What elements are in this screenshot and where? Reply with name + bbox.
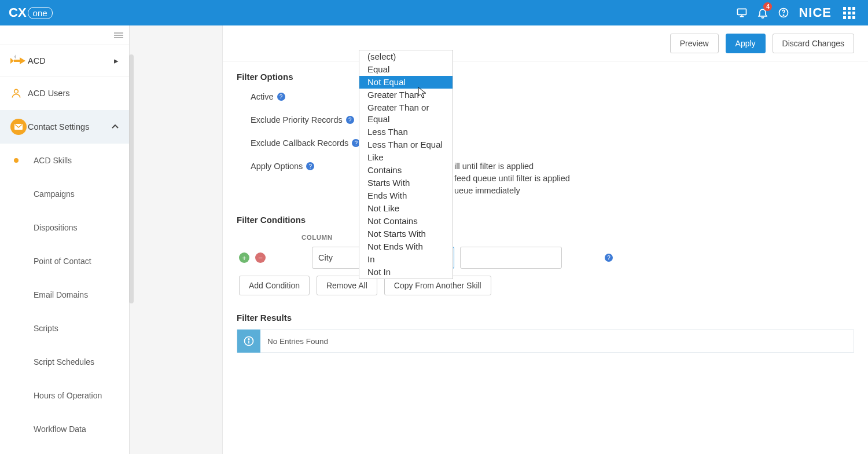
svg-rect-0 bbox=[738, 9, 746, 14]
nav-sub-workflow-data[interactable]: Workflow Data bbox=[0, 412, 129, 446]
nav-sub-scripts[interactable]: Scripts bbox=[0, 312, 129, 345]
notification-badge: 4 bbox=[763, 2, 772, 11]
notifications-icon[interactable]: 4 bbox=[752, 0, 773, 25]
svg-point-7 bbox=[248, 339, 249, 340]
apps-grid-icon[interactable] bbox=[838, 0, 859, 25]
help-icon[interactable]: ? bbox=[605, 254, 613, 262]
dropdown-option[interactable]: Not Contains bbox=[359, 215, 453, 228]
nav-sub-hours-of-operation[interactable]: Hours of Operation bbox=[0, 379, 129, 412]
apply-option-3-partial: ueue immediately bbox=[454, 186, 520, 195]
sidebar-scrollbar[interactable] bbox=[129, 54, 134, 303]
filter-results-title: Filter Results bbox=[237, 313, 854, 323]
nav-sub-script-schedules[interactable]: Script Schedules bbox=[0, 345, 129, 379]
main-content: Preview Apply Discard Changes Filter Opt… bbox=[222, 25, 868, 454]
filter-conditions-title: Filter Conditions bbox=[237, 215, 854, 225]
svg-point-2 bbox=[784, 15, 784, 16]
dropdown-option[interactable]: Greater Than bbox=[359, 89, 453, 101]
nav-acd-users[interactable]: ACD Users bbox=[0, 76, 129, 110]
dropdown-option[interactable]: Not Ends With bbox=[359, 240, 453, 253]
filter-results-box: No Entries Found bbox=[237, 329, 854, 353]
no-entries-message: No Entries Found bbox=[260, 337, 328, 346]
operator-dropdown[interactable]: (select)EqualNot EqualGreater ThanGreate… bbox=[359, 50, 453, 279]
info-icon bbox=[237, 329, 260, 353]
help-icon[interactable]: ? bbox=[277, 93, 285, 101]
filter-options-title: Filter Options bbox=[237, 72, 854, 82]
chevron-right-icon: ▸ bbox=[114, 56, 119, 65]
user-icon bbox=[10, 87, 28, 99]
dropdown-option[interactable]: Not In bbox=[359, 266, 453, 279]
option-apply-options: Apply Options ? bbox=[237, 158, 854, 213]
nav-contact-settings-label: Contact Settings bbox=[28, 122, 89, 131]
dropdown-option[interactable]: Equal bbox=[359, 63, 453, 76]
add-row-button[interactable]: + bbox=[239, 252, 249, 263]
logo-cxone[interactable]: CXone bbox=[9, 5, 53, 20]
option-exclude-callback: Exclude Callback Records ? bbox=[237, 135, 854, 158]
nav-sub-acd-skills[interactable]: ACD Skills bbox=[0, 144, 129, 177]
dropdown-option[interactable]: Not Like bbox=[359, 202, 453, 215]
dropdown-option[interactable]: Starts With bbox=[359, 177, 453, 189]
value-input[interactable] bbox=[460, 247, 562, 269]
nav-sub-point-of-contact[interactable]: Point of Contact bbox=[0, 244, 129, 278]
dropdown-option[interactable]: Not Equal bbox=[359, 76, 453, 89]
sidebar: ACD ▸ ACD Users Contact Settings ACD Ski… bbox=[0, 25, 130, 454]
help-icon[interactable] bbox=[773, 0, 794, 25]
apply-option-1-partial: ill until filter is applied bbox=[454, 162, 534, 171]
dropdown-option[interactable]: Contains bbox=[359, 164, 453, 177]
sidebar-collapse[interactable] bbox=[0, 25, 129, 45]
condition-row: + − City (select) bbox=[237, 244, 854, 274]
dropdown-option[interactable]: Less Than bbox=[359, 126, 453, 138]
chevron-up-icon bbox=[112, 125, 119, 129]
nav-sub-dispositions[interactable]: Dispositions bbox=[0, 211, 129, 244]
dropdown-option[interactable]: In bbox=[359, 253, 453, 266]
remove-row-button[interactable]: − bbox=[255, 252, 266, 263]
nav-sub-campaigns[interactable]: Campaigns bbox=[0, 177, 129, 211]
monitor-icon[interactable] bbox=[731, 0, 752, 25]
dropdown-option[interactable]: Ends With bbox=[359, 189, 453, 202]
dropdown-option[interactable]: Not Starts With bbox=[359, 228, 453, 240]
nav-sub-email-domains[interactable]: Email Domains bbox=[0, 278, 129, 312]
option-active: Active ? bbox=[237, 89, 854, 112]
help-icon[interactable]: ? bbox=[306, 162, 314, 170]
top-bar: CXone 4 NICE bbox=[0, 0, 868, 25]
nav-acd-users-label: ACD Users bbox=[28, 89, 70, 98]
preview-button[interactable]: Preview bbox=[670, 34, 719, 53]
dropdown-option[interactable]: (select) bbox=[359, 50, 453, 63]
dropdown-option[interactable]: Greater Than or Equal bbox=[359, 101, 453, 126]
add-condition-button[interactable]: Add Condition bbox=[239, 276, 310, 295]
apply-option-2-partial: feed queue until filter is applied bbox=[454, 174, 570, 183]
dropdown-option[interactable]: Like bbox=[359, 151, 453, 164]
top-actions: Preview Apply Discard Changes bbox=[223, 25, 868, 61]
brand-nice: NICE bbox=[799, 5, 832, 20]
contact-settings-icon bbox=[10, 119, 28, 135]
dropdown-option[interactable]: Less Than or Equal bbox=[359, 138, 453, 151]
discard-changes-button[interactable]: Discard Changes bbox=[773, 34, 854, 53]
column-header: COLUMN bbox=[301, 234, 332, 241]
option-exclude-priority: Exclude Priority Records ? bbox=[237, 112, 854, 135]
nav-acd-label: ACD bbox=[28, 56, 46, 65]
acd-icon bbox=[10, 54, 28, 67]
nav-acd[interactable]: ACD ▸ bbox=[0, 45, 129, 76]
nav-contact-settings[interactable]: Contact Settings bbox=[0, 110, 129, 144]
active-dot-icon bbox=[14, 158, 19, 163]
help-icon[interactable]: ? bbox=[346, 116, 354, 124]
apply-button[interactable]: Apply bbox=[726, 34, 766, 53]
svg-point-3 bbox=[14, 89, 19, 93]
